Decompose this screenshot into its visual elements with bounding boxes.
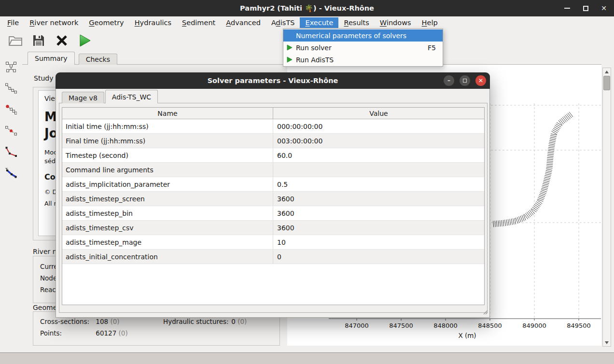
geometry-label: Geome [33, 304, 57, 311]
tab-checks[interactable]: Checks [79, 54, 117, 65]
interpolate-button[interactable] [4, 124, 18, 138]
dialog-tab-adis-ts-wc[interactable]: Adis-TS_WC [105, 90, 158, 103]
translate-button[interactable]: T [4, 167, 18, 180]
menubar-item-advanced[interactable]: Advanced [221, 17, 266, 28]
table-row[interactable]: adists_timestep_csv3600 [62, 221, 484, 235]
resize-grip-icon[interactable] [483, 308, 488, 316]
menu-item-run-solver[interactable]: Run solverF5 [283, 42, 443, 54]
river-network-button[interactable] [4, 60, 18, 74]
dialog-titlebar[interactable]: Solver parameters - Vieux-Rhône – ✕ [56, 72, 490, 89]
points-label: Points: [40, 329, 94, 337]
table-row[interactable]: Initial time (jj:hh:mm:ss)000:00:00:00 [62, 119, 484, 134]
svg-text:X (m): X (m) [458, 332, 476, 339]
structures-label: Hydraulic stuctures: [163, 318, 229, 325]
close-button[interactable] [52, 31, 71, 50]
scrollbar-thumb[interactable] [603, 76, 610, 90]
menubar-item-results[interactable]: Results [338, 17, 374, 28]
dialog-maximize-button[interactable] [460, 75, 470, 86]
profile-icon [5, 83, 17, 94]
param-value[interactable] [273, 163, 484, 177]
param-name: Initial time (jj:hh:mm:ss) [62, 119, 273, 133]
param-value[interactable]: 3600 [273, 206, 484, 220]
points-suffix: (0) [119, 329, 128, 337]
column-header-name[interactable]: Name [62, 108, 273, 119]
execute-menu: Numerical parameters of solversRun solve… [283, 28, 443, 67]
dialog-minimize-button[interactable]: – [444, 75, 454, 86]
maximize-button[interactable] [580, 3, 591, 14]
dialog-controls: – ✕ [444, 75, 486, 86]
param-value[interactable]: 0.5 [273, 177, 484, 191]
menu-item-numerical-parameters-of-solvers[interactable]: Numerical parameters of solvers [283, 29, 443, 42]
tab-summary[interactable]: Summary [28, 52, 75, 65]
close-icon: ✕ [478, 78, 483, 84]
scroll-down-button[interactable] [603, 339, 611, 346]
table-row[interactable]: adists_timestep_screen3600 [62, 192, 484, 206]
structures-stat: Hydraulic stuctures: 0 (0) [163, 318, 247, 325]
param-value[interactable]: 60.0 [273, 148, 484, 162]
param-name: Command line arguments [62, 163, 273, 177]
open-folder-button[interactable] [6, 31, 25, 50]
menubar-item-file[interactable]: File [2, 17, 24, 28]
param-table-body: Initial time (jj:hh:mm:ss)000:00:00:00Fi… [62, 119, 484, 264]
cross-sections-suffix: (0) [110, 318, 119, 325]
menubar-item-river-network[interactable]: River network [24, 17, 84, 28]
cross-sections-value: 108 [96, 318, 108, 325]
param-value[interactable]: 000:00:00:00 [273, 119, 484, 133]
table-row[interactable]: adists_implicitation_parameter0.5 [62, 177, 484, 192]
close-button[interactable]: ✕ [599, 3, 609, 14]
menubar-item-help[interactable]: Help [417, 17, 443, 28]
menubar-item-sediment[interactable]: Sediment [177, 17, 221, 28]
study-label: Study [34, 74, 53, 82]
run-button[interactable] [75, 31, 95, 50]
dialog-body: Mage v8Adis-TS_WC NameValue Initial time… [56, 89, 490, 318]
menubar-item-execute[interactable]: Execute [300, 17, 338, 28]
maximize-icon [463, 79, 467, 83]
vertical-scrollbar[interactable] [602, 68, 611, 347]
param-value[interactable]: 3600 [273, 192, 484, 206]
param-value[interactable]: 10 [273, 235, 484, 249]
table-row[interactable]: Command line arguments [62, 163, 484, 177]
maximize-icon [583, 6, 588, 11]
minimize-button[interactable] [562, 3, 572, 14]
slope-button[interactable] [4, 145, 18, 159]
table-row[interactable]: Timestep (second)60.0 [62, 148, 484, 163]
param-name: adists_initial_concentration [62, 250, 273, 264]
minimize-icon [564, 8, 570, 9]
close-icon [56, 34, 68, 47]
dialog-tabbar: Mage v8Adis-TS_WC [62, 90, 158, 103]
update-network-button[interactable] [4, 103, 18, 116]
menubar-item-windows[interactable]: Windows [375, 17, 417, 28]
window-titlebar[interactable]: Pamhyr2 (Tahiti 🌴) - Vieux-Rhône ✕ [0, 0, 614, 16]
structures-value: 0 [231, 318, 236, 325]
table-row[interactable]: Final time (jj:hh:mm:ss)003:00:00:00 [62, 134, 484, 148]
menubar-item-geometry[interactable]: Geometry [84, 17, 129, 28]
menubar-item-hydraulics[interactable]: Hydraulics [129, 17, 177, 28]
param-value[interactable]: 003:00:00:00 [273, 134, 484, 148]
side-toolbar: T [0, 52, 22, 353]
save-button[interactable] [29, 31, 48, 50]
table-row[interactable]: adists_timestep_bin3600 [62, 206, 484, 221]
main-tabbar: SummaryChecks [28, 52, 117, 65]
dialog-title: Solver parameters - Vieux-Rhône [208, 77, 338, 84]
menu-item-run-adists[interactable]: Run AdisTS [283, 54, 443, 66]
save-icon [32, 34, 45, 47]
parameters-table: NameValue Initial time (jj:hh:mm:ss)000:… [62, 107, 485, 305]
dialog-tab-mage-v8[interactable]: Mage v8 [62, 92, 104, 103]
profile-button[interactable] [4, 82, 18, 95]
scroll-up-button[interactable] [603, 68, 611, 75]
arrow-up-icon [605, 70, 609, 73]
table-row[interactable]: adists_timestep_mage10 [62, 235, 484, 250]
param-value[interactable]: 0 [273, 250, 484, 264]
column-header-value[interactable]: Value [273, 108, 484, 119]
points-stat: Points: 60127 (0) [40, 329, 128, 337]
menubar-item-adists[interactable]: AdisTS [266, 17, 300, 28]
table-row[interactable]: adists_initial_concentration0 [62, 250, 484, 264]
param-name: adists_timestep_mage [62, 235, 273, 249]
menubar: FileRiver networkGeometryHydraulicsSedim… [0, 16, 614, 29]
window-controls: ✕ [562, 0, 609, 16]
param-value[interactable]: 3600 [273, 221, 484, 235]
dialog-close-button[interactable]: ✕ [475, 75, 486, 86]
points-value: 60127 [96, 329, 116, 337]
run-icon [285, 56, 294, 63]
update-network-icon [5, 104, 17, 115]
